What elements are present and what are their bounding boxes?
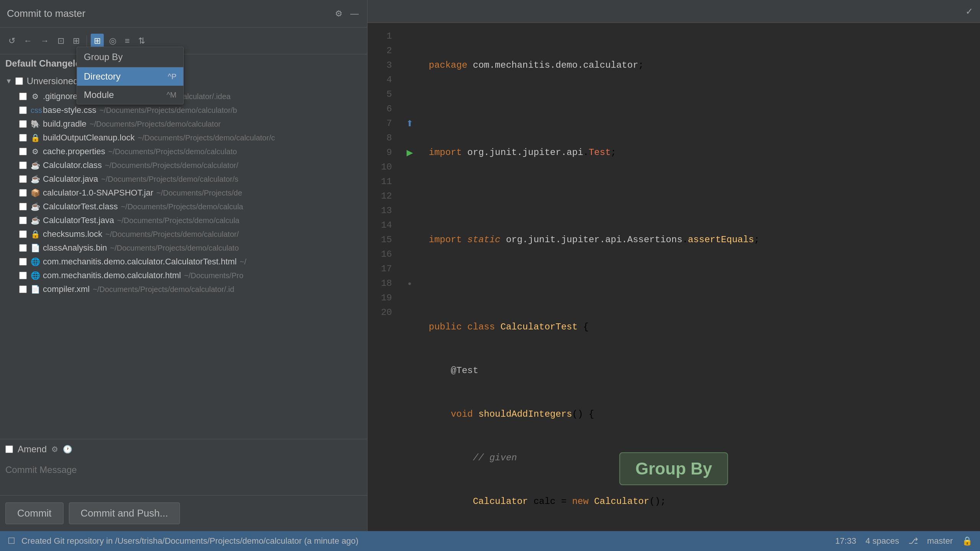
file-path: ~/Documents/Projects/demo/calculator/ bbox=[105, 230, 239, 239]
list-item[interactable]: 🐘 build.gradle ~/Documents/Projects/demo… bbox=[8, 117, 367, 131]
module-shortcut: ^M bbox=[167, 91, 176, 99]
amend-clock-icon[interactable]: 🕐 bbox=[63, 445, 72, 454]
file-checkbox[interactable] bbox=[19, 244, 27, 252]
undo-icon[interactable]: ← bbox=[21, 34, 35, 48]
file-name: CalculatorTest.java bbox=[43, 215, 114, 225]
list-item[interactable]: 🔒 checksums.lock ~/Documents/Projects/de… bbox=[8, 227, 367, 241]
file-name: cache.properties bbox=[43, 147, 105, 156]
shelve-icon[interactable]: ⊡ bbox=[54, 34, 67, 48]
diff-icon[interactable]: ◎ bbox=[106, 34, 119, 48]
file-icon: ⚙ bbox=[31, 147, 40, 156]
refresh-icon[interactable]: ↺ bbox=[5, 34, 18, 48]
file-name: build.gradle bbox=[43, 119, 87, 129]
file-path: ~/Documents/Projects/de bbox=[157, 189, 242, 197]
file-name: .gitignore bbox=[43, 91, 78, 101]
file-checkbox[interactable] bbox=[19, 272, 27, 279]
groupby-toolbar-icon[interactable]: ⇅ bbox=[135, 34, 148, 48]
list-item[interactable]: 🔒 buildOutputCleanup.lock ~/Documents/Pr… bbox=[8, 131, 367, 145]
list-item[interactable]: 🌐 com.mechanitis.demo.calculator.Calcula… bbox=[8, 255, 367, 269]
grid-view-icon[interactable]: ⊞ bbox=[91, 34, 104, 48]
cursor-position[interactable]: 17:33 bbox=[835, 536, 856, 546]
list-item[interactable]: 🌐 com.mechanitis.demo.calculator.html ~/… bbox=[8, 269, 367, 282]
status-message: Created Git repository in /Users/trisha/… bbox=[21, 536, 358, 546]
file-path: ~/Documents/Projects/demo/calculator/c bbox=[138, 134, 275, 142]
file-checkbox[interactable] bbox=[19, 120, 27, 128]
commit-message-input[interactable] bbox=[5, 465, 362, 487]
file-checkbox[interactable] bbox=[19, 189, 27, 197]
list-item[interactable]: ☕ CalculatorTest.class ~/Documents/Proje… bbox=[8, 200, 367, 214]
file-name: classAnalysis.bin bbox=[43, 243, 107, 253]
file-path: ~/Documents/Projects/demo/calcula bbox=[117, 216, 240, 225]
code-content[interactable]: package com.mechanitis.demo.calculator; … bbox=[421, 23, 980, 531]
file-path: ~/Documents/Projects/demo/calculator/ bbox=[105, 161, 238, 170]
file-name: calculator-1.0-SNAPSHOT.jar bbox=[43, 188, 154, 198]
toolbar-sep-1 bbox=[87, 35, 87, 47]
file-checkbox[interactable] bbox=[19, 258, 27, 266]
list-item[interactable]: 📦 calculator-1.0-SNAPSHOT.jar ~/Document… bbox=[8, 186, 367, 200]
sort-icon[interactable]: ≡ bbox=[122, 34, 133, 48]
file-icon: 🌐 bbox=[31, 257, 40, 266]
editor-settings-icon[interactable]: ✓ bbox=[965, 6, 973, 17]
file-path: ~/Documents/Projects/demo/calculator bbox=[90, 120, 221, 129]
file-path: ~/ bbox=[240, 258, 246, 266]
list-item[interactable]: 📄 classAnalysis.bin ~/Documents/Projects… bbox=[8, 241, 367, 255]
unversioned-checkbox[interactable] bbox=[15, 77, 23, 85]
file-checkbox[interactable] bbox=[19, 93, 27, 100]
list-item[interactable]: ⚙ cache.properties ~/Documents/Projects/… bbox=[8, 145, 367, 158]
file-checkbox[interactable] bbox=[19, 161, 27, 169]
lock-icon: 🔒 bbox=[962, 536, 972, 546]
group-by-directory[interactable]: Directory ^P bbox=[77, 67, 183, 86]
file-name: com.mechanitis.demo.calculator.html bbox=[43, 271, 181, 280]
file-checkbox[interactable] bbox=[19, 285, 27, 293]
module-label: Module bbox=[84, 90, 114, 100]
list-item[interactable]: ☕ CalculatorTest.java ~/Documents/Projec… bbox=[8, 214, 367, 227]
status-bar: ☐ Created Git repository in /Users/trish… bbox=[0, 531, 980, 551]
minimize-icon[interactable]: — bbox=[349, 7, 360, 20]
file-icon: 🔒 bbox=[31, 133, 40, 142]
file-checkbox[interactable] bbox=[19, 148, 27, 155]
file-checkbox[interactable] bbox=[19, 106, 27, 114]
file-checkbox[interactable] bbox=[19, 217, 27, 224]
amend-section: Amend ⚙ 🕐 bbox=[0, 439, 367, 459]
commit-and-push-button[interactable]: Commit and Push... bbox=[69, 502, 180, 524]
amend-gear-icon[interactable]: ⚙ bbox=[51, 445, 58, 454]
gutter-7-push[interactable]: ⬆ bbox=[406, 116, 413, 131]
gutter-18-fold[interactable]: ● bbox=[408, 276, 412, 291]
status-left: ☐ Created Git repository in /Users/trish… bbox=[8, 536, 358, 546]
file-path: ~/Documents/Projects/demo/calculato bbox=[110, 244, 239, 253]
file-icon: 📄 bbox=[31, 285, 40, 294]
file-checkbox[interactable] bbox=[19, 230, 27, 238]
unshelve-icon[interactable]: ⊞ bbox=[70, 34, 83, 48]
file-checkbox[interactable] bbox=[19, 134, 27, 142]
amend-label: Amend bbox=[18, 444, 47, 455]
changelog-section: Default Changelog ▼ Unversioned Files ⚙ … bbox=[0, 54, 367, 439]
redo-icon[interactable]: → bbox=[38, 34, 52, 48]
list-item[interactable]: css base-style.css ~/Documents/Projects/… bbox=[8, 103, 367, 117]
list-item[interactable]: ⚙ .gitignore ~/Documents/Projects/demo/c… bbox=[8, 90, 367, 103]
indent-setting[interactable]: 4 spaces bbox=[866, 536, 899, 546]
commit-button[interactable]: Commit bbox=[5, 502, 64, 524]
list-item[interactable]: ☕ Calculator.class ~/Documents/Projects/… bbox=[8, 158, 367, 172]
file-icon: css bbox=[31, 106, 40, 115]
settings-icon[interactable]: ⚙ bbox=[333, 7, 344, 20]
file-path: ~/Documents/Projects/demo/calculator/b bbox=[99, 106, 237, 115]
amend-checkbox[interactable] bbox=[5, 445, 13, 453]
list-item[interactable]: 📄 compiler.xml ~/Documents/Projects/demo… bbox=[8, 282, 367, 296]
group-by-title: Group By bbox=[77, 47, 183, 67]
group-by-module[interactable]: Module ^M bbox=[77, 86, 183, 104]
file-name: compiler.xml bbox=[43, 284, 90, 294]
branch-name[interactable]: master bbox=[927, 536, 953, 546]
line-numbers: 12345 678910 1112131415 1617181920 bbox=[368, 23, 398, 531]
file-icon: ☕ bbox=[31, 161, 40, 170]
code-line-6 bbox=[421, 276, 980, 291]
status-right: 17:33 4 spaces ⎇ master 🔒 bbox=[835, 536, 972, 546]
file-checkbox[interactable] bbox=[19, 175, 27, 183]
list-item[interactable]: ☕ Calculator.java ~/Documents/Projects/d… bbox=[8, 172, 367, 186]
gutter-9-run[interactable]: ▶ bbox=[407, 145, 413, 160]
file-icon: ☕ bbox=[31, 174, 40, 184]
commit-panel: Commit to master ⚙ — ↺ ← → ⊡ ⊞ ⊞ ◎ ≡ ⇅ G… bbox=[0, 0, 368, 531]
editor-panel: ✓ 12345 678910 1112131415 1617181920 ⬆ ▶ bbox=[368, 0, 980, 531]
commit-buttons: Commit Commit and Push... bbox=[0, 495, 367, 531]
file-checkbox[interactable] bbox=[19, 203, 27, 210]
file-path: ~/Documents/Projects/demo/calcula bbox=[121, 202, 243, 211]
